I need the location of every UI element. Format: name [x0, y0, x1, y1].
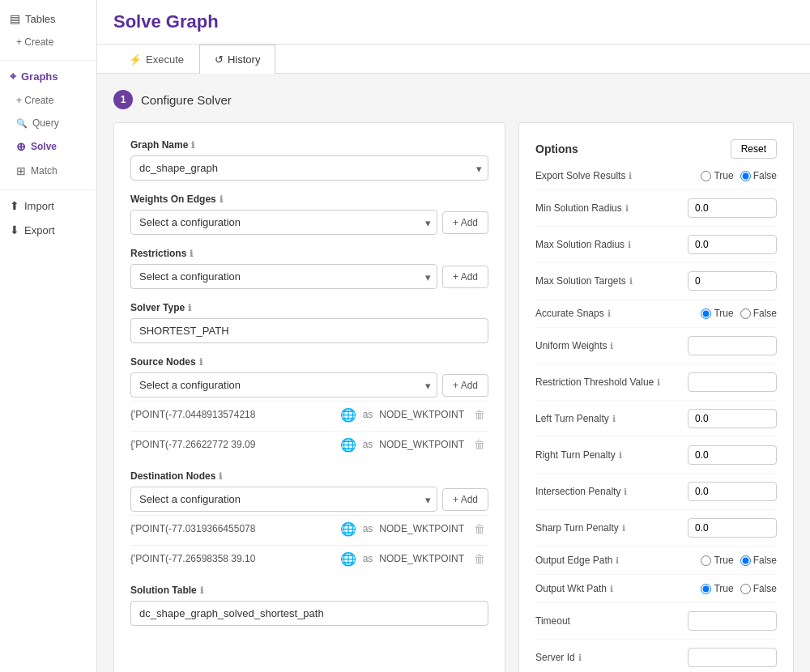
option-server-id: Server Id ℹ [535, 648, 777, 672]
option-max-solution-radius: Max Solution Radius ℹ [535, 235, 777, 263]
output-wkt-path-true-label[interactable]: True [701, 583, 733, 594]
form-panel: Graph Name ℹ dc_shape_graph Weig [113, 122, 505, 672]
solution-table-input[interactable] [130, 601, 488, 626]
sidebar-item-export[interactable]: ⬇ Export [0, 218, 96, 242]
output-edge-path-false-radio[interactable] [740, 555, 751, 566]
import-icon: ⬆ [10, 199, 19, 212]
options-reset-button[interactable]: Reset [731, 139, 777, 159]
solver-type-label: Solver Type ℹ [130, 302, 488, 313]
dest-node-1-text: {'POINT(-77.0319366455078 [130, 523, 334, 534]
sidebar: ▤ Tables + Create ⌖ Graphs + Create 🔍 Qu… [0, 0, 97, 672]
intersection-input[interactable] [688, 482, 777, 501]
tab-execute[interactable]: ⚡ Execute [113, 45, 199, 74]
accurate-snaps-true-radio[interactable] [701, 308, 711, 319]
output-edge-path-true-label[interactable]: True [701, 555, 733, 566]
dest-nodes-select-container: Select a configuration [130, 487, 437, 512]
source-nodes-wrap: Select a configuration + Add [130, 372, 488, 398]
restrictions-add-button[interactable]: + Add [442, 266, 488, 288]
accurate-snaps-false-radio[interactable] [740, 308, 751, 319]
accurate-snaps-radio-group: True False [701, 308, 777, 319]
restriction-threshold-input[interactable] [688, 372, 777, 392]
max-solution-radius-input[interactable] [688, 235, 777, 254]
main-area: Solve Graph ⚡ Execute ↺ History 1 Config… [97, 0, 810, 672]
tab-history[interactable]: ↺ History [199, 45, 275, 74]
output-edge-path-info-icon: ℹ [616, 555, 619, 566]
sidebar-item-import[interactable]: ⬆ Import [0, 194, 96, 218]
dest-node-1-as: as [363, 523, 373, 534]
history-tab-icon: ↺ [215, 53, 224, 66]
graph-name-select-container: dc_shape_graph [130, 155, 488, 181]
weights-select[interactable]: Select a configuration [130, 210, 437, 235]
sidebar-divider-1 [0, 60, 96, 61]
graph-name-select[interactable]: dc_shape_graph [130, 155, 488, 181]
output-wkt-path-true-radio[interactable] [701, 584, 711, 594]
sidebar-item-tables-create[interactable]: + Create [0, 31, 96, 53]
export-icon: ⬇ [10, 223, 19, 236]
source-node-1-text: {'POINT(-77.0448913574218 [130, 409, 334, 420]
graph-name-info-icon: ℹ [191, 140, 194, 151]
dest-nodes-add-button[interactable]: + Add [442, 488, 488, 511]
output-edge-path-label: Output Edge Path ℹ [535, 555, 701, 566]
solver-type-select[interactable]: SHORTEST_PATH [130, 318, 488, 343]
source-node-2-delete-button[interactable]: 🗑 [471, 436, 488, 453]
export-solve-true-label[interactable]: True [701, 170, 733, 181]
restrictions-select[interactable]: Select a configuration [130, 264, 437, 289]
sharp-turn-label: Sharp Turn Penalty ℹ [535, 522, 688, 534]
history-tab-label: History [228, 53, 260, 66]
sharp-turn-input[interactable] [688, 518, 777, 538]
field-solver-type: Solver Type ℹ SHORTEST_PATH [130, 302, 488, 343]
min-solution-radius-input[interactable] [688, 198, 777, 218]
export-solve-false-label[interactable]: False [740, 170, 777, 181]
dest-node-item-2: {'POINT(-77.26598358 39.10 🌐 as NODE_WKT… [130, 545, 488, 572]
export-solve-true-radio[interactable] [701, 171, 711, 181]
solution-table-info-icon: ℹ [200, 585, 203, 596]
source-nodes-add-button[interactable]: + Add [442, 374, 488, 397]
restrictions-info-icon: ℹ [190, 249, 193, 259]
output-wkt-path-false-radio[interactable] [740, 584, 751, 594]
source-nodes-label: Source Nodes ℹ [130, 356, 488, 368]
weights-add-button[interactable]: + Add [442, 211, 488, 234]
sidebar-item-graphs-query[interactable]: 🔍 Query [0, 112, 96, 134]
sharp-turn-info-icon: ℹ [622, 523, 625, 534]
option-max-solution-targets: Max Solution Targets ℹ [535, 271, 777, 300]
sidebar-item-graphs-match[interactable]: ⊞ Match [0, 159, 96, 183]
server-id-input[interactable] [688, 648, 777, 667]
sidebar-item-graphs-create[interactable]: + Create [0, 89, 96, 112]
output-wkt-path-false-label[interactable]: False [740, 583, 777, 594]
dest-nodes-wrap: Select a configuration + Add [130, 487, 488, 512]
sidebar-item-graphs-solve[interactable]: ⊕ Solve [0, 134, 96, 159]
dest-node-1-delete-button[interactable]: 🗑 [471, 521, 488, 537]
source-nodes-select[interactable]: Select a configuration [130, 372, 437, 398]
right-turn-info-icon: ℹ [619, 450, 622, 461]
export-solve-false-radio[interactable] [740, 171, 751, 181]
accurate-snaps-true-label[interactable]: True [701, 308, 733, 319]
tables-create-label: + Create [16, 36, 53, 48]
max-solution-targets-input[interactable] [688, 271, 777, 291]
option-min-solution-radius: Min Solution Radius ℹ [535, 198, 777, 227]
source-node-1-delete-button[interactable]: 🗑 [471, 406, 488, 423]
right-turn-input[interactable] [688, 445, 777, 465]
sidebar-item-tables[interactable]: ▤ Tables [0, 6, 96, 31]
timeout-label: Timeout [535, 615, 688, 627]
weights-info-icon: ℹ [220, 194, 223, 205]
dest-nodes-select[interactable]: Select a configuration [130, 487, 437, 512]
source-node-2-as: as [363, 439, 373, 450]
option-left-turn: Left Turn Penalty ℹ [535, 409, 777, 437]
server-id-label: Server Id ℹ [535, 652, 688, 663]
uniform-weights-input[interactable] [688, 336, 777, 355]
dest-nodes-label: Destination Nodes ℹ [130, 470, 488, 482]
dest-nodes-info-icon: ℹ [219, 471, 222, 482]
sidebar-item-graphs[interactable]: ⌖ Graphs [0, 64, 96, 89]
output-edge-path-true-radio[interactable] [701, 555, 711, 566]
output-edge-path-false-label[interactable]: False [740, 555, 777, 566]
graphs-solve-label: Solve [31, 141, 57, 152]
restrictions-wrap: Select a configuration + Add [130, 264, 488, 289]
timeout-input[interactable] [688, 611, 777, 631]
left-turn-input[interactable] [688, 409, 777, 428]
max-solution-radius-label: Max Solution Radius ℹ [535, 239, 688, 250]
accurate-snaps-false-label[interactable]: False [740, 308, 777, 319]
uniform-weights-info-icon: ℹ [610, 341, 613, 351]
dest-node-item-1: {'POINT(-77.0319366455078 🌐 as NODE_WKTP… [130, 515, 488, 542]
dest-node-2-delete-button[interactable]: 🗑 [471, 551, 488, 567]
export-solve-results-label: Export Solve Results ℹ [535, 170, 701, 181]
